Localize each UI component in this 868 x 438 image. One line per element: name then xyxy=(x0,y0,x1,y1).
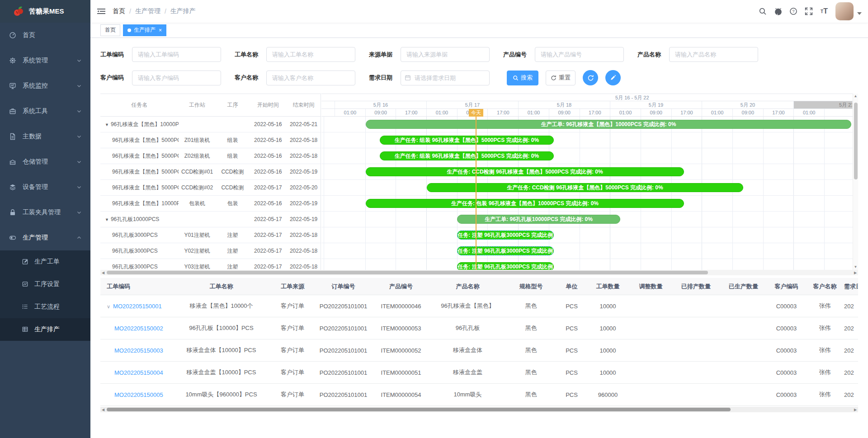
sidebar-item-process-flow[interactable]: 工艺流程 xyxy=(0,296,90,318)
gantt-row[interactable]: 96孔孔板3000PCS Y02注塑机注塑 2022-05-172022-05-… xyxy=(100,243,321,259)
scroll-right-icon[interactable]: ▶ xyxy=(853,271,858,275)
expand-caret-icon[interactable]: ∨ xyxy=(107,304,110,309)
search-button[interactable]: 搜索 xyxy=(507,71,538,85)
sidebar-item-system-mgmt[interactable]: 系统管理 xyxy=(0,48,90,73)
hour-cell: 17:00 xyxy=(764,109,794,116)
workorder-link[interactable]: MO202205150002 xyxy=(114,325,163,332)
sidebar-item-master-data[interactable]: 主数据 xyxy=(0,124,90,149)
workorder-link[interactable]: MO202205150004 xyxy=(114,369,163,376)
search-form: 工单编码 工单名称 来源单据 产品编号 产品名称 xyxy=(90,38,868,85)
tab-home[interactable]: 首页 xyxy=(100,24,120,36)
tab-label: 首页 xyxy=(105,26,116,34)
gantt-row[interactable]: 96孔孔板3000PCS Y03注塑机注塑 2022-05-172022-05-… xyxy=(100,259,321,270)
table-row[interactable]: ∨MO202205150001 移液盒【黑色】10000个客户订单 PO2022… xyxy=(100,295,858,317)
sidebar-item-home[interactable]: 首页 xyxy=(0,23,90,48)
workorder-link[interactable]: MO202205150005 xyxy=(114,391,163,398)
table-row[interactable]: MO202205150004 移液盒盒盖【10000】PCS客户订单 PO202… xyxy=(100,362,858,384)
scrollbar-thumb[interactable] xyxy=(107,271,708,274)
workorder-table: 工单编码 工单名称 工单来源 订单编号 产品编号 产品名称 规格型号 单位 工单… xyxy=(100,278,858,406)
gantt-row[interactable]: 96孔移液盒【黑色】5000PCS Z02组装机组装 2022-05-16202… xyxy=(100,148,321,164)
gantt-row[interactable]: 96孔移液盒【黑色】5000PCS Z01组装机组装 2022-05-16202… xyxy=(100,132,321,148)
gantt-row[interactable]: 96孔移液盒【黑色】10000PCS 包装机包装 2022-05-162022-… xyxy=(100,196,321,212)
gantt-row[interactable]: 96孔移液盒【黑色】5000PCS CCD检测#01CCD检测 2022-05-… xyxy=(100,164,321,180)
gantt-bar-task[interactable]: 生产任务: 包装 96孔移液盒【黑色】10000PCS 完成比例: 0% xyxy=(366,199,684,208)
gantt-row[interactable]: 96孔移液盒【黑色】5000PCS CCD检测#02CCD检测 2022-05-… xyxy=(100,180,321,196)
sidebar-item-system-monitor[interactable]: 系统监控 xyxy=(0,73,90,99)
github-icon[interactable] xyxy=(770,4,786,19)
gantt-bar-task-selected[interactable]: 生产任务: 注塑 96孔孔板3000PCS 完成比例: 0% xyxy=(457,246,554,255)
customer-name-input[interactable] xyxy=(266,71,355,85)
day-cell: 5月 19 xyxy=(610,101,702,108)
breadcrumb-home[interactable]: 首页 xyxy=(113,7,125,15)
gantt-bar-order[interactable]: 生产工单: 96孔移液盒【黑色】10000PCS 完成比例: 0% xyxy=(366,120,851,129)
chevron-down-icon xyxy=(77,210,81,215)
source-doc-input[interactable] xyxy=(401,47,490,62)
workorder-link[interactable]: MO202205150003 xyxy=(114,347,163,354)
fullscreen-icon[interactable] xyxy=(801,4,816,19)
customer-code-input[interactable] xyxy=(132,71,221,85)
gantt-bar-task[interactable]: 生产任务: 注塑 96孔孔板3000PCS 完成比例: 0% xyxy=(457,262,554,270)
product-name-input[interactable] xyxy=(669,47,758,62)
workorder-code-input[interactable] xyxy=(132,47,221,62)
avatar[interactable] xyxy=(835,2,854,20)
table-horizontal-scrollbar[interactable]: ◀ ▶ xyxy=(100,407,858,412)
table-row[interactable]: MO202205150003 移液盒盒体【10000】PCS客户订单 PO202… xyxy=(100,339,858,362)
sidebar-item-fixture-mgmt[interactable]: 工装夹具管理 xyxy=(0,200,90,225)
scroll-left-icon[interactable]: ◀ xyxy=(100,271,106,275)
field-label: 产品编号 xyxy=(503,51,535,59)
demand-date-input[interactable] xyxy=(401,71,490,85)
workorder-name-input[interactable] xyxy=(266,47,355,62)
day-cell: 5月 17 xyxy=(427,101,519,108)
table-row[interactable]: MO202205150005 10mm吸头【960000】PCS客户订单 PO2… xyxy=(100,384,858,406)
sidebar-item-warehouse-mgmt[interactable]: 仓储管理 xyxy=(0,149,90,174)
scroll-right-icon[interactable]: ▶ xyxy=(853,408,858,412)
sidebar-fold-icon[interactable] xyxy=(97,8,105,15)
scrollbar-thumb[interactable] xyxy=(854,103,858,179)
collapse-caret-icon[interactable]: ▼ xyxy=(105,122,109,127)
gantt-row[interactable]: 96孔孔板3000PCS Y01注塑机注塑 2022-05-172022-05-… xyxy=(100,227,321,243)
document-icon xyxy=(9,133,16,140)
sidebar-item-equipment-mgmt[interactable]: 设备管理 xyxy=(0,174,90,200)
sidebar-item-production-scheduling[interactable]: 生产排产 xyxy=(0,318,90,341)
product-code-input[interactable] xyxy=(535,47,624,62)
edit-button[interactable] xyxy=(605,70,621,85)
scroll-down-icon[interactable]: ▼ xyxy=(854,264,858,270)
gantt-bar-task[interactable]: 生产任务: CCD检测 96孔移液盒【黑色】5000PCS 完成比例: 0% xyxy=(366,167,684,176)
gantt-vertical-scrollbar[interactable]: ▲ ▼ xyxy=(853,94,858,270)
sidebar-item-system-tools[interactable]: 系统工具 xyxy=(0,99,90,124)
sidebar-item-production-mgmt[interactable]: 生产管理 xyxy=(0,225,90,250)
gantt-row[interactable]: ▼96孔移液盒【黑色】10000PCS 2022-05-162022-05-21 xyxy=(100,117,321,132)
col-scheduled-qty: 已排产数量 xyxy=(672,283,720,291)
breadcrumb-production-mgmt[interactable]: 生产管理 xyxy=(135,7,160,15)
close-icon[interactable]: × xyxy=(159,27,162,33)
tab-production-scheduling[interactable]: 生产排产 × xyxy=(123,24,166,36)
gantt-bar-task-selected[interactable]: 生产任务: 注塑 96孔孔板3000PCS 完成比例: 0% xyxy=(457,231,554,240)
gantt-horizontal-scrollbar[interactable]: ◀ ▶ xyxy=(100,270,858,275)
gantt-bar-task[interactable]: 生产任务: 组装 96孔移液盒【黑色】5000PCS 完成比例: 0% xyxy=(380,136,554,145)
sidebar-item-process-settings[interactable]: 工序设置 xyxy=(0,273,90,296)
scroll-left-icon[interactable]: ◀ xyxy=(100,408,106,412)
workorder-link[interactable]: MO202205150001 xyxy=(113,303,162,310)
help-icon[interactable]: ? xyxy=(786,4,801,19)
table-row[interactable]: MO202205150002 96孔孔板【10000】PCS客户订单 PO202… xyxy=(100,317,858,339)
col-workstation: 工作站 xyxy=(179,101,216,109)
app-title: 苦糖果MES xyxy=(29,7,64,16)
caret-down-icon[interactable] xyxy=(857,12,862,15)
layers-icon xyxy=(9,184,16,191)
collapse-caret-icon[interactable]: ▼ xyxy=(105,217,109,222)
gantt-bar-task[interactable]: 生产任务: 组装 96孔移液盒【黑色】5000PCS 完成比例: 0% xyxy=(380,151,554,160)
warehouse-icon xyxy=(9,158,16,165)
refresh-gantt-button[interactable] xyxy=(583,70,598,85)
font-size-icon[interactable]: TT xyxy=(816,4,832,19)
app-logo[interactable]: 苦糖果MES xyxy=(0,0,90,23)
scroll-up-icon[interactable]: ▲ xyxy=(854,94,858,99)
gantt-bar-order[interactable]: 生产工单: 96孔孔板10000PCS 完成比例: 0% xyxy=(457,215,620,224)
search-icon[interactable] xyxy=(755,4,770,19)
edit-square-icon xyxy=(22,258,29,265)
breadcrumb-production-scheduling[interactable]: 生产排产 xyxy=(170,7,196,15)
reset-button[interactable]: 重置 xyxy=(546,71,576,85)
gantt-bar-task[interactable]: 生产任务: CCD检测 96孔移液盒【黑色】5000PCS 完成比例: 0% xyxy=(427,183,743,192)
gantt-row[interactable]: ▼96孔孔板10000PCS 2022-05-172022-05-19 xyxy=(100,212,321,227)
scrollbar-thumb[interactable] xyxy=(107,408,731,411)
sidebar-item-production-workorder[interactable]: 生产工单 xyxy=(0,250,90,273)
